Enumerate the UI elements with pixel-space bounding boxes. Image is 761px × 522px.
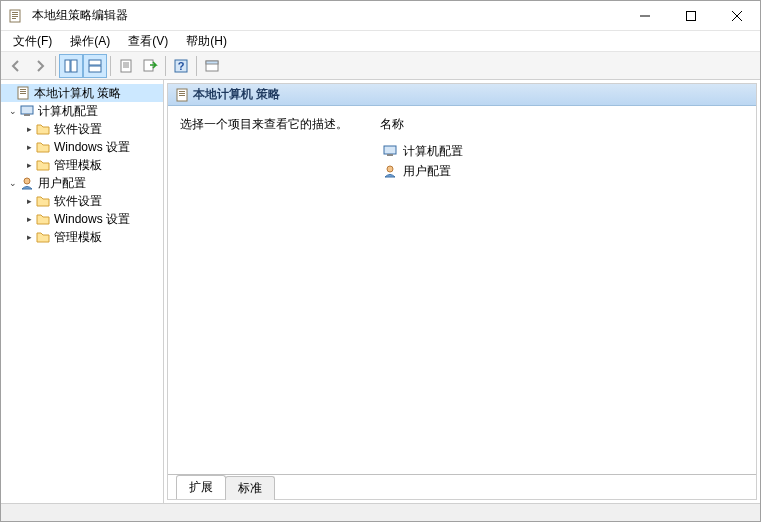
tree-label: 软件设置	[54, 193, 102, 210]
svg-text:?: ?	[178, 60, 185, 72]
policy-icon	[174, 87, 190, 103]
tree-user-config[interactable]: ⌄ 用户配置	[1, 174, 163, 192]
user-icon	[19, 175, 35, 191]
tree-software-settings[interactable]: ▸ 软件设置	[1, 120, 163, 138]
close-button[interactable]	[714, 1, 760, 31]
tree-root[interactable]: ▶ 本地计算机 策略	[1, 84, 163, 102]
svg-rect-33	[384, 146, 396, 154]
tree-label: 管理模板	[54, 157, 102, 174]
computer-icon	[382, 143, 398, 159]
tree-windows-settings[interactable]: ▸ Windows 设置	[1, 138, 163, 156]
expander-icon[interactable]: ▸	[23, 231, 35, 243]
tree-user-software-settings[interactable]: ▸ 软件设置	[1, 192, 163, 210]
list-item-user-config[interactable]: 用户配置	[380, 161, 744, 181]
svg-rect-27	[24, 114, 30, 116]
svg-rect-26	[21, 106, 33, 114]
svg-rect-13	[121, 60, 131, 72]
body: ▶ 本地计算机 策略 ⌄ 计算机配置 ▸ 软件设置 ▸ Windows 设置 ▸	[1, 80, 760, 503]
expander-icon[interactable]: ▸	[23, 159, 35, 171]
svg-rect-23	[20, 89, 26, 90]
forward-button	[28, 54, 52, 78]
menubar: 文件(F) 操作(A) 查看(V) 帮助(H)	[1, 31, 760, 52]
help-button[interactable]: ?	[169, 54, 193, 78]
app-icon	[7, 8, 23, 24]
content-title: 本地计算机 策略	[193, 86, 280, 103]
svg-rect-1	[12, 12, 18, 13]
svg-rect-10	[71, 60, 77, 72]
menu-help[interactable]: 帮助(H)	[178, 31, 235, 52]
properties-button[interactable]	[114, 54, 138, 78]
tree-label: 本地计算机 策略	[34, 85, 121, 102]
maximize-button[interactable]	[668, 1, 714, 31]
toolbar-separator	[110, 56, 111, 76]
folder-icon	[35, 157, 51, 173]
export-button[interactable]	[138, 54, 162, 78]
tab-extended[interactable]: 扩展	[176, 475, 226, 499]
statusbar	[1, 503, 760, 521]
expander-icon[interactable]: ▸	[23, 141, 35, 153]
tree-label: 管理模板	[54, 229, 102, 246]
content-header: 本地计算机 策略	[168, 84, 756, 106]
toolbar-separator	[196, 56, 197, 76]
tree-label: Windows 设置	[54, 211, 130, 228]
detail-view-button[interactable]	[83, 54, 107, 78]
minimize-button[interactable]	[622, 1, 668, 31]
filter-button[interactable]	[200, 54, 224, 78]
svg-rect-21	[206, 61, 218, 64]
svg-rect-3	[12, 16, 18, 17]
expander-icon[interactable]: ▸	[23, 123, 35, 135]
svg-rect-30	[179, 91, 185, 92]
tab-standard[interactable]: 标准	[225, 476, 275, 500]
svg-rect-12	[89, 66, 101, 72]
content-pane: 本地计算机 策略 选择一个项目来查看它的描述。 名称 计算机配置 用户配置	[167, 83, 757, 500]
tree-user-admin-templates[interactable]: ▸ 管理模板	[1, 228, 163, 246]
list-column[interactable]: 名称 计算机配置 用户配置	[368, 106, 756, 474]
titlebar: 本地组策略编辑器	[1, 1, 760, 31]
content-body: 选择一个项目来查看它的描述。 名称 计算机配置 用户配置	[168, 106, 756, 474]
svg-rect-32	[179, 95, 185, 96]
expander-icon[interactable]: ▸	[23, 213, 35, 225]
svg-rect-34	[387, 154, 393, 156]
tree-admin-templates[interactable]: ▸ 管理模板	[1, 156, 163, 174]
tree-label: Windows 设置	[54, 139, 130, 156]
menu-file[interactable]: 文件(F)	[5, 31, 60, 52]
svg-rect-11	[89, 60, 101, 65]
user-icon	[382, 163, 398, 179]
column-header-name[interactable]: 名称	[380, 116, 744, 133]
folder-icon	[35, 193, 51, 209]
list-item-label: 用户配置	[403, 163, 451, 180]
tree-pane[interactable]: ▶ 本地计算机 策略 ⌄ 计算机配置 ▸ 软件设置 ▸ Windows 设置 ▸	[1, 80, 164, 503]
menu-action[interactable]: 操作(A)	[62, 31, 118, 52]
list-item-computer-config[interactable]: 计算机配置	[380, 141, 744, 161]
expander-icon[interactable]: ⌄	[7, 177, 19, 189]
toolbar-separator	[165, 56, 166, 76]
list-view-button[interactable]	[59, 54, 83, 78]
svg-rect-24	[20, 91, 26, 92]
expander-icon[interactable]: ▸	[23, 195, 35, 207]
tree-user-windows-settings[interactable]: ▸ Windows 设置	[1, 210, 163, 228]
description-column: 选择一个项目来查看它的描述。	[168, 106, 368, 474]
svg-rect-9	[65, 60, 70, 72]
app-window: 本地组策略编辑器 文件(F) 操作(A) 查看(V) 帮助(H) ? ▶	[0, 0, 761, 522]
svg-point-35	[387, 166, 393, 172]
svg-rect-2	[12, 14, 18, 15]
menu-view[interactable]: 查看(V)	[120, 31, 176, 52]
window-title: 本地组策略编辑器	[32, 7, 128, 24]
tree-computer-config[interactable]: ⌄ 计算机配置	[1, 102, 163, 120]
svg-rect-25	[20, 93, 26, 94]
toolbar-separator	[55, 56, 56, 76]
list-item-label: 计算机配置	[403, 143, 463, 160]
tabs-bar: 扩展 标准	[168, 475, 756, 499]
tree-label: 计算机配置	[38, 103, 98, 120]
folder-icon	[35, 139, 51, 155]
folder-icon	[35, 121, 51, 137]
description-text: 选择一个项目来查看它的描述。	[180, 117, 348, 131]
tree-label: 用户配置	[38, 175, 86, 192]
policy-icon	[15, 85, 31, 101]
svg-point-28	[24, 178, 30, 184]
folder-icon	[35, 229, 51, 245]
expander-icon[interactable]: ⌄	[7, 105, 19, 117]
computer-icon	[19, 103, 35, 119]
back-button	[4, 54, 28, 78]
folder-icon	[35, 211, 51, 227]
